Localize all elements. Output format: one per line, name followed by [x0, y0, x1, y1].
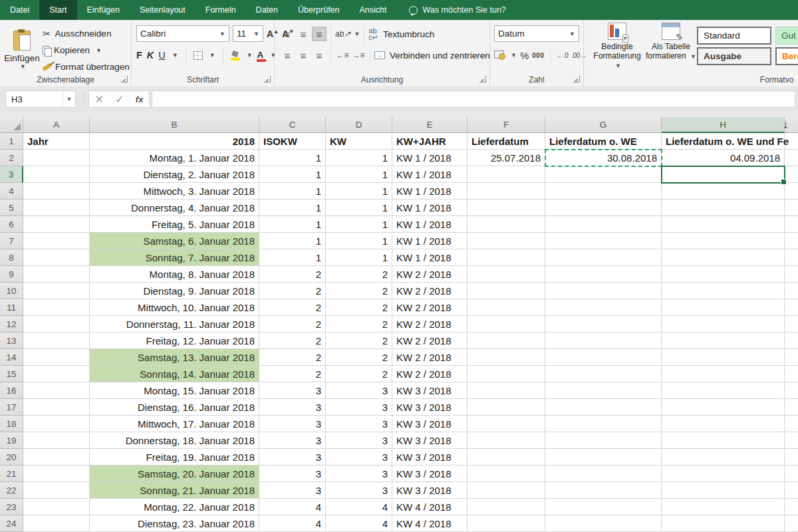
- enter-button[interactable]: ✓: [115, 93, 124, 106]
- cell-E23[interactable]: KW 4 / 2018: [392, 499, 467, 515]
- tab-einfgen[interactable]: Einfügen: [77, 0, 130, 20]
- cell-G15[interactable]: [545, 366, 662, 382]
- cell-H9[interactable]: [662, 266, 785, 283]
- cell-I17[interactable]: [785, 399, 798, 416]
- cell-G20[interactable]: [545, 449, 662, 466]
- tab-datei[interactable]: Datei: [0, 0, 39, 20]
- font-name-combo[interactable]: Calibri ▼: [136, 25, 229, 42]
- format-painter-button[interactable]: Format übertragen: [43, 59, 130, 75]
- row-header-2[interactable]: 2: [0, 150, 23, 166]
- cell-E22[interactable]: KW 3 / 2018: [392, 482, 467, 499]
- name-box[interactable]: H3 ▼: [5, 90, 76, 108]
- cell-F16[interactable]: [467, 382, 545, 399]
- row-header-24[interactable]: 24: [0, 515, 23, 532]
- cell-C17[interactable]: 3: [259, 399, 326, 416]
- col-header-D[interactable]: D: [326, 117, 392, 133]
- cell-G16[interactable]: [545, 382, 662, 399]
- cell-D19[interactable]: 3: [326, 432, 392, 449]
- cell-D23[interactable]: 4: [326, 499, 392, 515]
- cell-B23[interactable]: Montag, 22. Januar 2018: [90, 499, 259, 515]
- cell-D10[interactable]: 2: [326, 283, 392, 299]
- insert-function-button[interactable]: fx: [136, 94, 144, 104]
- row-header-22[interactable]: 22: [0, 482, 23, 499]
- cell-I8[interactable]: [785, 249, 798, 266]
- cell-A18[interactable]: [23, 416, 90, 432]
- align-middle-button[interactable]: ≡: [296, 27, 311, 41]
- paste-button[interactable]: Einfügen ▼: [4, 24, 40, 76]
- cell-D21[interactable]: 3: [326, 466, 392, 482]
- cell-E13[interactable]: KW 2 / 2018: [392, 332, 467, 349]
- number-format-combo[interactable]: Datum ▼: [494, 25, 579, 42]
- cell-D6[interactable]: 1: [326, 216, 392, 233]
- cell-A17[interactable]: [23, 399, 90, 416]
- row-header-1[interactable]: 1: [0, 133, 23, 150]
- cell-I15[interactable]: [785, 366, 798, 382]
- comma-style-button[interactable]: 000: [532, 52, 544, 59]
- col-header-H[interactable]: H: [662, 117, 785, 133]
- number-format-dropdown-arrow[interactable]: ▼: [569, 31, 575, 37]
- cell-style-gut[interactable]: Gut: [775, 27, 798, 45]
- cell-I14[interactable]: [785, 349, 798, 366]
- row-header-9[interactable]: 9: [0, 266, 23, 283]
- bold-button[interactable]: F: [136, 50, 142, 61]
- align-bottom-button[interactable]: ≡: [312, 27, 327, 41]
- cell-C15[interactable]: 2: [259, 366, 326, 382]
- cell-A10[interactable]: [23, 283, 90, 299]
- cell-H16[interactable]: [662, 382, 785, 399]
- cell-C10[interactable]: 2: [259, 283, 326, 299]
- cell-E1[interactable]: KW+JAHR: [392, 133, 467, 150]
- align-center-button[interactable]: ≡: [296, 48, 311, 63]
- cell-A3[interactable]: [23, 166, 90, 183]
- cell-B12[interactable]: Donnerstag, 11. Januar 2018: [90, 316, 259, 332]
- percent-style-button[interactable]: %: [520, 50, 529, 61]
- cell-I11[interactable]: [785, 299, 798, 316]
- clipboard-dialog-launcher[interactable]: [121, 76, 128, 82]
- cell-A23[interactable]: [23, 499, 90, 515]
- cell-B13[interactable]: Freitag, 12. Januar 2018: [90, 332, 259, 349]
- cell-C7[interactable]: 1: [259, 233, 326, 249]
- cell-C12[interactable]: 2: [259, 316, 326, 332]
- cancel-button[interactable]: ✕: [95, 93, 104, 106]
- cell-H18[interactable]: [662, 416, 785, 432]
- cell-E8[interactable]: KW 1 / 2018: [392, 249, 467, 266]
- cell-C1[interactable]: ISOKW: [259, 133, 326, 150]
- row-header-13[interactable]: 13: [0, 332, 23, 349]
- tab-start[interactable]: Start: [39, 0, 76, 20]
- cell-F11[interactable]: [467, 299, 545, 316]
- cell-F22[interactable]: [467, 482, 545, 499]
- cell-B9[interactable]: Montag, 8. Januar 2018: [90, 266, 259, 283]
- cell-A6[interactable]: [23, 216, 90, 233]
- cell-C18[interactable]: 3: [259, 416, 326, 432]
- cell-H12[interactable]: [662, 316, 785, 332]
- cell-E15[interactable]: KW 2 / 2018: [392, 366, 467, 382]
- cell-style-ausgabe[interactable]: Ausgabe: [697, 47, 771, 65]
- cell-style-standard[interactable]: Standard: [697, 27, 771, 45]
- font-size-combo[interactable]: 11 ▼: [233, 25, 263, 42]
- cell-C2[interactable]: 1: [259, 150, 326, 166]
- alignment-dialog-launcher[interactable]: [479, 76, 486, 82]
- cell-F13[interactable]: [467, 332, 545, 349]
- cell-I24[interactable]: [785, 515, 798, 532]
- cell-H5[interactable]: [662, 200, 785, 216]
- cell-I10[interactable]: [785, 283, 798, 299]
- cell-D22[interactable]: 3: [326, 482, 392, 499]
- cell-B6[interactable]: Freitag, 5. Januar 2018: [90, 216, 259, 233]
- cell-G13[interactable]: [545, 332, 662, 349]
- cell-C19[interactable]: 3: [259, 432, 326, 449]
- cell-F4[interactable]: [467, 183, 545, 200]
- cell-F2[interactable]: 25.07.2018: [467, 150, 545, 166]
- cell-B5[interactable]: Donnerstag, 4. Januar 2018: [90, 200, 259, 216]
- cell-H8[interactable]: [662, 249, 785, 266]
- cell-C24[interactable]: 4: [259, 515, 326, 532]
- cell-I2[interactable]: [785, 150, 798, 166]
- cell-H21[interactable]: [662, 466, 785, 482]
- merge-center-button[interactable]: Verbinden und zentrieren: [390, 51, 490, 61]
- decrease-indent-button[interactable]: ←≡: [335, 48, 350, 63]
- cell-D9[interactable]: 2: [326, 266, 392, 283]
- cell-A9[interactable]: [23, 266, 90, 283]
- cell-E9[interactable]: KW 2 / 2018: [392, 266, 467, 283]
- formula-input[interactable]: [152, 90, 795, 108]
- cell-G24[interactable]: [545, 515, 662, 532]
- cell-D14[interactable]: 2: [326, 349, 392, 366]
- cell-G5[interactable]: [545, 200, 662, 216]
